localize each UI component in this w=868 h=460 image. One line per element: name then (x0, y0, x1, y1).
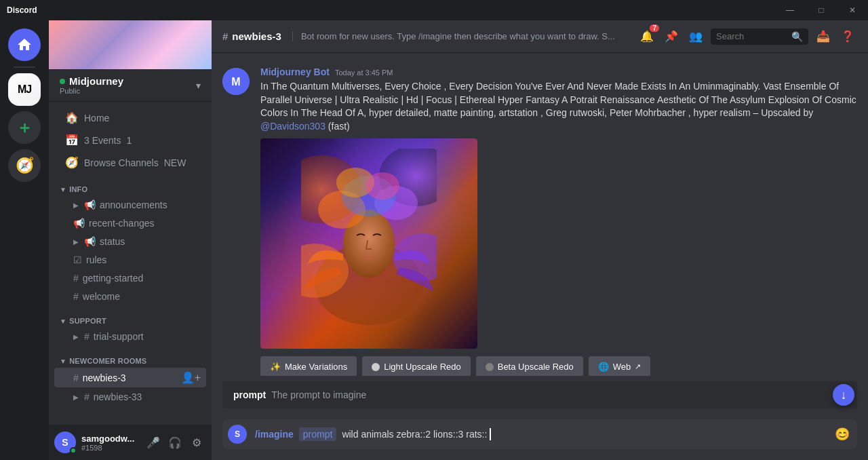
svg-text:M: M (231, 76, 240, 88)
channel-header-name: # newbies-3 (222, 31, 281, 42)
make-variations-button[interactable]: ✨ Make Variations (260, 356, 357, 376)
server-info: Public (60, 87, 123, 95)
main-content: # newbies-3 Bot room for new users. Type… (212, 20, 868, 460)
home-icon: 🏠 (65, 111, 79, 124)
channel-item-welcome[interactable]: # welcome (54, 288, 206, 305)
channel-item-getting-started[interactable]: # getting-started (54, 269, 206, 287)
server-header[interactable]: Midjourney Public ▾ (49, 69, 212, 102)
inbox-button[interactable]: 📥 (814, 27, 833, 46)
settings-button[interactable]: ⚙ (187, 433, 206, 452)
external-link-icon: ↗ (635, 362, 641, 371)
announce-icon: 📢 (84, 199, 96, 210)
command-slash: /imagine (255, 429, 294, 440)
inbox-icon: 📥 (816, 30, 830, 43)
members-icon: 🔔 (640, 30, 654, 43)
mention[interactable]: @Davidson303 (260, 121, 326, 132)
search-input[interactable] (716, 31, 787, 41)
channel-item-recent-changes[interactable]: 📢 recent-changes (54, 214, 206, 232)
welcome-icon: # (73, 291, 79, 302)
user-controls: 🎤 🎧 ⚙ (144, 433, 206, 452)
sidebar-item-events[interactable]: 📅 3 Events 1 (54, 130, 206, 151)
server-name: Midjourney (60, 75, 123, 87)
title-bar: Discord — □ ✕ (0, 0, 868, 20)
scroll-to-bottom-button[interactable]: ↓ (833, 384, 854, 406)
input-text-area[interactable]: /imagine prompt wild animals zebra::2 li… (252, 421, 833, 448)
text-cursor (490, 428, 491, 440)
events-badge: 1 (126, 135, 132, 146)
section-support[interactable]: ▼ SUPPORT (49, 306, 212, 328)
command-value: wild animals zebra::2 lions::3 rats:: (342, 429, 487, 440)
channel-item-announcements[interactable]: ▶ 📢 announcements (54, 196, 206, 214)
sidebar-item-home[interactable]: 🏠 Home (54, 107, 206, 128)
members-count-button[interactable]: 🔔 7 (637, 27, 656, 46)
web-button[interactable]: 🌐 Web ↗ (589, 356, 651, 376)
prompt-value: The prompt to imagine (271, 389, 366, 400)
add-user-icon: 👤+ (181, 371, 201, 384)
emoji-button[interactable]: 😊 (833, 425, 852, 444)
sidebar-item-browse[interactable]: 🧭 Browse Channels NEW (54, 152, 206, 173)
prompt-suggestion: prompt The prompt to imagine (222, 381, 857, 408)
input-avatar: S (228, 425, 247, 444)
channel-hash-icon: # (222, 31, 228, 42)
discover-icon[interactable]: 🧭 (8, 149, 41, 182)
help-button[interactable]: ❓ (838, 27, 857, 46)
headphone-button[interactable]: 🎧 (165, 433, 184, 452)
members-button[interactable]: 👥 (686, 27, 705, 46)
window-controls: — □ ✕ (774, 0, 868, 20)
message-content: Midjourney Bot Today at 3:45 PM In The Q… (260, 66, 857, 376)
web-icon: 🌐 (598, 362, 609, 372)
support-collapse-arrow: ▼ (60, 318, 66, 325)
portrait-svg (301, 149, 437, 339)
server-banner (49, 20, 212, 69)
newbies-3-icon: # (73, 372, 79, 383)
user-panel: S samgoodw... #1598 🎤 🎧 ⚙ (49, 425, 212, 460)
maximize-button[interactable]: □ (806, 0, 837, 20)
message-text: In The Quantum Multiverses, Every Choice… (260, 80, 857, 133)
microphone-button[interactable]: 🎤 (144, 433, 163, 452)
rules-icon: ☑ (73, 254, 82, 265)
member-count-badge: 7 (650, 24, 659, 32)
midjourney-server-icon[interactable]: MJ (8, 73, 41, 106)
recent-icon: 📢 (73, 218, 85, 229)
app-title: Discord (7, 5, 37, 15)
browse-icon: 🧭 (65, 156, 79, 169)
username: samgoodw... (81, 434, 138, 444)
channel-item-status[interactable]: ▶ 📢 status (54, 233, 206, 250)
help-icon: ❓ (841, 30, 854, 43)
light-upscale-redo-button[interactable]: Light Upscale Redo (362, 356, 470, 376)
channel-list: 🏠 Home 📅 3 Events 1 🧭 Browse Channels NE… (49, 102, 212, 425)
chevron-down-icon: ↓ (841, 388, 847, 402)
beta-upscale-redo-button[interactable]: Beta Upscale Redo (476, 356, 583, 376)
section-info[interactable]: ▼ INFO (49, 174, 212, 196)
section-newcomer[interactable]: ▼ NEWCOMER ROOMS (49, 346, 212, 368)
announcements-expand: ▶ (73, 202, 79, 209)
info-collapse-arrow: ▼ (60, 186, 66, 193)
browse-new-badge: NEW (164, 157, 186, 168)
user-info: samgoodw... #1598 (81, 434, 138, 452)
message-input-area: S /imagine prompt wild animals zebra::2 … (212, 414, 868, 460)
server-sidebar: MJ ＋ 🧭 (0, 20, 49, 460)
newbies-33-expand: ▶ (73, 394, 79, 401)
header-actions: 🔔 7 📌 👥 🔍 📥 ❓ (637, 27, 857, 46)
people-icon: 👥 (689, 30, 703, 43)
message: M Midjourney Bot Today at 3:45 PM In The… (212, 64, 868, 376)
minimize-button[interactable]: — (774, 0, 806, 20)
server-dropdown-icon: ▾ (196, 80, 201, 91)
home-server-icon[interactable] (8, 28, 41, 61)
channel-item-trial-support[interactable]: ▶ # trial-support (54, 328, 206, 345)
channel-item-newbies-33[interactable]: ▶ # newbies-33 (54, 388, 206, 406)
pin-button[interactable]: 📌 (662, 27, 681, 46)
channel-item-newbies-3[interactable]: # newbies-3 👤+ (54, 368, 206, 387)
command-keyword: prompt (299, 427, 337, 441)
channel-item-rules[interactable]: ☑ rules (54, 251, 206, 269)
add-server-icon[interactable]: ＋ (8, 111, 41, 144)
pin-icon: 📌 (665, 30, 678, 43)
newbies-33-icon: # (84, 391, 90, 402)
events-icon: 📅 (65, 134, 79, 147)
message-input-box[interactable]: S /imagine prompt wild animals zebra::2 … (222, 419, 857, 449)
message-image (260, 138, 477, 349)
close-button[interactable]: ✕ (837, 0, 868, 20)
message-time: Today at 3:45 PM (335, 69, 393, 77)
search-bar[interactable]: 🔍 (711, 28, 808, 45)
messages-area: M Midjourney Bot Today at 3:45 PM In The… (212, 53, 868, 376)
